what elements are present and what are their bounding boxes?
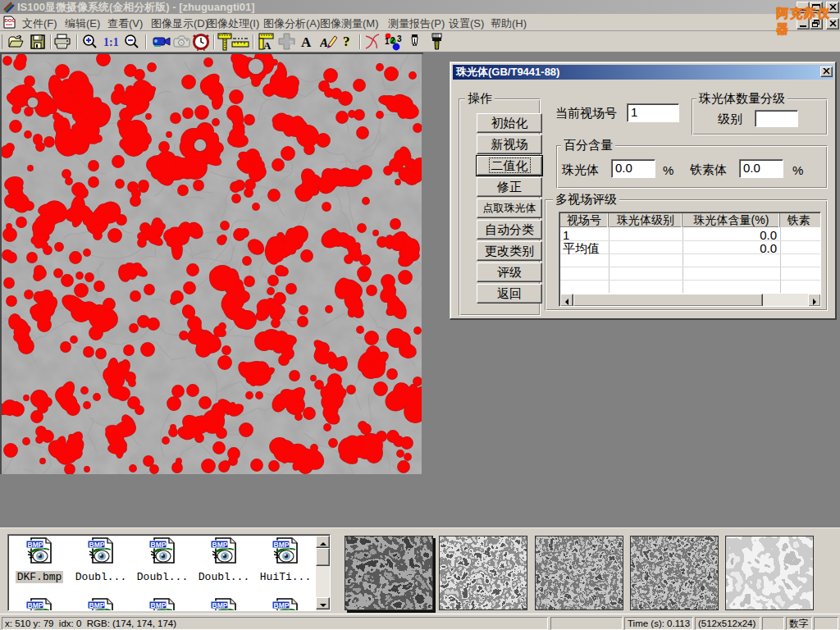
svg-text:2: 2 bbox=[390, 36, 395, 45]
svg-text:A: A bbox=[301, 34, 312, 50]
svg-text:?: ? bbox=[343, 34, 350, 49]
svg-text:A: A bbox=[263, 39, 272, 51]
svg-text:A: A bbox=[320, 36, 328, 49]
svg-text:1: 1 bbox=[385, 37, 390, 46]
svg-text:1:1: 1:1 bbox=[103, 36, 119, 48]
svg-text:3: 3 bbox=[397, 34, 402, 43]
svg-text:DOC: DOC bbox=[5, 18, 16, 23]
